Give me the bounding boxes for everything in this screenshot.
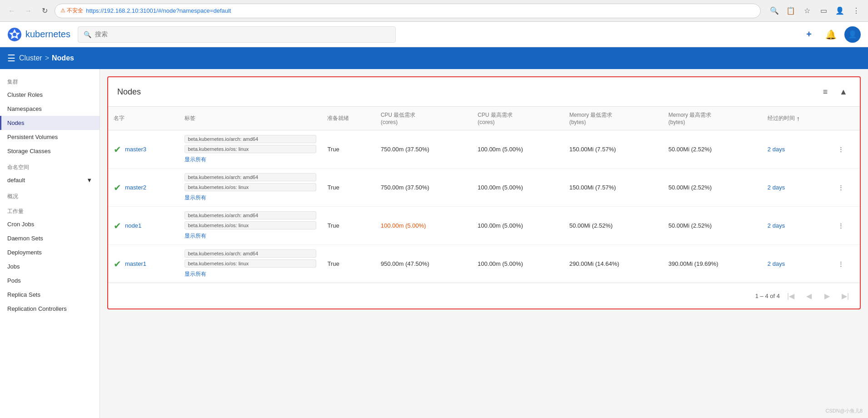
node-elapsed-cell: 2 days xyxy=(762,130,833,169)
mem-min-value: 150.00Mi (7.57%) xyxy=(569,184,616,191)
reload-button[interactable]: ↻ xyxy=(38,5,51,17)
show-all-link[interactable]: 显示所有 xyxy=(185,270,316,278)
ready-value: True xyxy=(327,146,339,153)
cpu-max-value: 100.00m (5.00%) xyxy=(478,146,523,153)
node-name-link[interactable]: master2 xyxy=(125,184,146,191)
search-icon[interactable]: 🔍 xyxy=(768,5,781,17)
node-labels-cell: beta.kubernetes.io/arch: amd64beta.kuber… xyxy=(179,207,322,245)
sidebar-item-deployments[interactable]: Deployments xyxy=(0,245,100,259)
table-row: ✔ master3 beta.kubernetes.io/arch: amd64… xyxy=(108,130,860,169)
sidebar-item-nodes[interactable]: Nodes xyxy=(0,116,100,130)
namespace-value: default xyxy=(7,177,25,184)
menu-icon[interactable]: ⋮ xyxy=(850,5,863,17)
labels-cell: beta.kubernetes.io/arch: amd64beta.kuber… xyxy=(185,211,316,240)
elapsed-link[interactable]: 2 days xyxy=(768,222,785,229)
status-ok-icon: ✔ xyxy=(114,144,121,155)
table-row: ✔ node1 beta.kubernetes.io/arch: amd64be… xyxy=(108,207,860,245)
back-button[interactable]: ← xyxy=(5,5,18,17)
bookmark-icon[interactable]: ☆ xyxy=(801,5,813,17)
label-tag: beta.kubernetes.io/arch: amd64 xyxy=(185,135,316,143)
col-mem-min: Memory 最低需求 (bytes) xyxy=(564,107,663,130)
sort-icon[interactable]: ↑ xyxy=(797,115,800,122)
sidebar-item-persistent-volumes[interactable]: Persistent Volumes xyxy=(0,130,100,144)
node-more-cell[interactable]: ⋮ xyxy=(833,169,860,207)
sidebar-section-workload: 工作量 xyxy=(0,202,100,217)
table-header: 名字 标签 准备就绪 CPU 最低需求 (cores) CPU 最高需求 (co… xyxy=(108,107,860,130)
label-tag: beta.kubernetes.io/os: linux xyxy=(185,259,316,268)
last-page-button[interactable]: ▶| xyxy=(838,289,853,303)
node-cpu-min-cell: 750.00m (37.50%) xyxy=(375,130,472,169)
filter-button[interactable]: ≡ xyxy=(818,85,833,99)
sidebar-section-namespace: 命名空间 xyxy=(0,158,100,173)
forward-button[interactable]: → xyxy=(22,5,35,17)
sidebar-toggle[interactable]: ☰ xyxy=(7,53,15,64)
security-warning: ⚠ 不安全 xyxy=(60,7,83,15)
col-ready: 准备就绪 xyxy=(322,107,375,130)
node-name-cell: ✔ node1 xyxy=(114,220,174,231)
sidebar-item-jobs[interactable]: Jobs xyxy=(0,259,100,274)
namespace-dropdown[interactable]: default ▼ xyxy=(0,173,100,187)
node-name-link[interactable]: master3 xyxy=(125,146,146,153)
sidebar-item-replica-sets[interactable]: Replica Sets xyxy=(0,288,100,302)
show-all-link[interactable]: 显示所有 xyxy=(185,232,316,240)
mem-max-value: 50.00Mi (2.52%) xyxy=(668,222,712,229)
show-all-link[interactable]: 显示所有 xyxy=(185,194,316,202)
node-more-cell[interactable]: ⋮ xyxy=(833,245,860,283)
svg-point-2 xyxy=(13,33,16,36)
more-options-icon[interactable]: ⋮ xyxy=(838,184,844,191)
address-bar[interactable]: ⚠ 不安全 https://192.168.2.10:31001/#/node?… xyxy=(55,4,761,18)
elapsed-link[interactable]: 2 days xyxy=(768,260,785,267)
show-all-link[interactable]: 显示所有 xyxy=(185,156,316,164)
user-avatar[interactable]: 👤 xyxy=(844,26,861,43)
sidebar-item-replication-controllers[interactable]: Replication Controllers xyxy=(0,302,100,316)
profile-icon[interactable]: 👤 xyxy=(833,5,846,17)
node-name-link[interactable]: master1 xyxy=(125,260,146,267)
pagination-summary: 1 – 4 of 4 xyxy=(755,293,780,299)
cpu-min-value: 950.00m (47.50%) xyxy=(381,260,429,267)
ready-value: True xyxy=(327,184,339,191)
fullscreen-icon[interactable]: ▭ xyxy=(817,5,830,17)
chevron-down-icon: ▼ xyxy=(86,177,92,184)
node-more-cell[interactable]: ⋮ xyxy=(833,130,860,169)
sidebar-item-cron-jobs[interactable]: Cron Jobs xyxy=(0,217,100,231)
node-labels-cell: beta.kubernetes.io/arch: amd64beta.kuber… xyxy=(179,169,322,207)
prev-page-button[interactable]: ◀ xyxy=(802,289,816,303)
sidebar-item-namespaces[interactable]: Namespaces xyxy=(0,102,100,116)
notifications-button[interactable]: 🔔 xyxy=(823,26,839,43)
node-more-cell[interactable]: ⋮ xyxy=(833,207,860,245)
sidebar-item-pods[interactable]: Pods xyxy=(0,274,100,288)
first-page-button[interactable]: |◀ xyxy=(783,289,798,303)
ready-value: True xyxy=(327,260,339,267)
breadcrumb-cluster[interactable]: Cluster xyxy=(19,54,42,62)
collapse-button[interactable]: ▲ xyxy=(836,85,851,99)
nodes-tbody: ✔ master3 beta.kubernetes.io/arch: amd64… xyxy=(108,130,860,283)
sidebar-item-storage-classes[interactable]: Storage Classes xyxy=(0,144,100,158)
node-name-link[interactable]: node1 xyxy=(125,222,141,229)
mem-max-value: 50.00Mi (2.52%) xyxy=(668,146,712,153)
pagination: 1 – 4 of 4 |◀ ◀ ▶ ▶| xyxy=(108,283,860,309)
labels-cell: beta.kubernetes.io/arch: amd64beta.kuber… xyxy=(185,135,316,164)
sidebar-item-daemon-sets[interactable]: Daemon Sets xyxy=(0,231,100,245)
add-button[interactable]: + xyxy=(801,26,817,43)
node-name-cell: ✔ master2 xyxy=(114,182,174,193)
table-row: ✔ master1 beta.kubernetes.io/arch: amd64… xyxy=(108,245,860,283)
mem-min-value: 50.00Mi (2.52%) xyxy=(569,222,613,229)
browser-toolbar: 🔍 📋 ☆ ▭ 👤 ⋮ xyxy=(768,5,863,17)
cpu-min-value: 100.00m (5.00%) xyxy=(381,222,426,229)
node-name-cell: ✔ master2 xyxy=(108,169,179,207)
share-icon[interactable]: 📋 xyxy=(784,5,797,17)
col-elapsed: 经过的时间 ↑ xyxy=(762,107,833,130)
label-tag: beta.kubernetes.io/arch: amd64 xyxy=(185,173,316,181)
sidebar-item-cluster-roles[interactable]: Cluster Roles xyxy=(0,88,100,102)
more-options-icon[interactable]: ⋮ xyxy=(838,222,844,229)
node-name-cell: ✔ node1 xyxy=(108,207,179,245)
more-options-icon[interactable]: ⋮ xyxy=(838,146,844,153)
elapsed-link[interactable]: 2 days xyxy=(768,146,785,153)
node-mem-max-cell: 50.00Mi (2.52%) xyxy=(663,130,762,169)
elapsed-link[interactable]: 2 days xyxy=(768,184,785,191)
next-page-button[interactable]: ▶ xyxy=(820,289,834,303)
more-options-icon[interactable]: ⋮ xyxy=(838,260,844,267)
search-bar[interactable]: 🔍 搜索 xyxy=(78,26,396,43)
node-mem-max-cell: 50.00Mi (2.52%) xyxy=(663,207,762,245)
cpu-max-value: 100.00m (5.00%) xyxy=(478,260,523,267)
